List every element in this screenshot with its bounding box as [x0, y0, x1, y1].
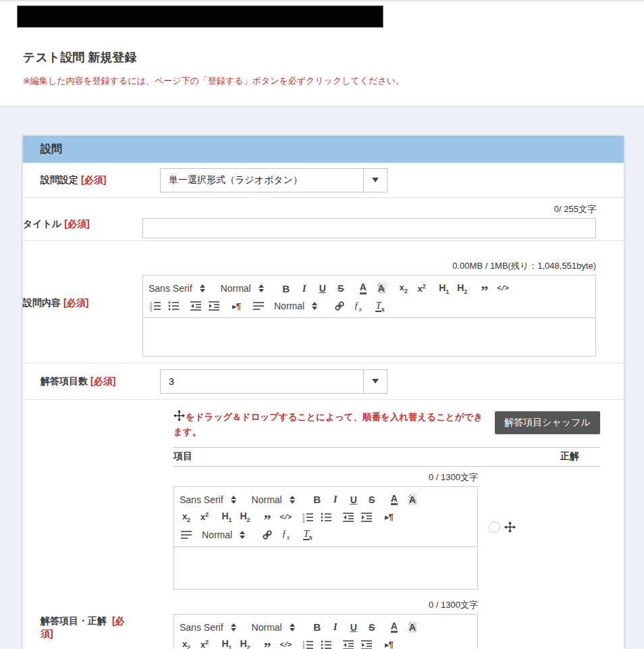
- superscript-icon[interactable]: x2: [198, 637, 211, 649]
- color-icon[interactable]: A: [387, 619, 401, 635]
- font-picker[interactable]: Sans Serif: [180, 494, 236, 505]
- size-picker[interactable]: Normal: [252, 622, 295, 633]
- strike-icon[interactable]: S: [365, 492, 379, 508]
- underline-icon[interactable]: U: [347, 492, 360, 508]
- clean-icon[interactable]: Tx: [301, 527, 315, 543]
- background-icon[interactable]: A: [406, 492, 419, 508]
- header-1-icon[interactable]: H1: [437, 280, 451, 296]
- background-icon[interactable]: A: [406, 619, 419, 635]
- svg-text:3: 3: [302, 519, 305, 522]
- link-icon[interactable]: [333, 298, 346, 314]
- title-input[interactable]: [142, 218, 596, 238]
- direction-icon[interactable]: ▸¶: [382, 509, 396, 525]
- answer-item-textarea[interactable]: [174, 547, 477, 589]
- answer-items-label: 解答項目・正解 [必須]: [41, 410, 131, 649]
- font-picker[interactable]: Sans Serif: [180, 622, 236, 633]
- answer-count-select[interactable]: 3: [160, 369, 387, 394]
- items-table-header: 項目 正解: [173, 447, 600, 467]
- chevron-down-icon[interactable]: [363, 370, 387, 393]
- required-badge: [必須]: [64, 218, 89, 229]
- direction-icon[interactable]: ▸¶: [382, 637, 396, 649]
- item-char-counter: 0 / 1300文字: [173, 471, 478, 484]
- color-icon[interactable]: A: [387, 492, 401, 508]
- size-picker[interactable]: Normal: [221, 283, 264, 294]
- underline-icon[interactable]: U: [316, 280, 329, 296]
- list-bullet-icon[interactable]: [319, 637, 333, 649]
- align-icon[interactable]: [180, 527, 193, 543]
- lineheight-picker[interactable]: Normal: [274, 301, 317, 311]
- item-char-counter: 0 / 1300文字: [173, 599, 478, 611]
- formula-icon[interactable]: ƒx: [279, 527, 292, 543]
- strike-icon[interactable]: S: [365, 619, 379, 635]
- list-ordered-icon[interactable]: 123: [301, 637, 315, 649]
- header-1-icon[interactable]: H1: [220, 637, 234, 649]
- color-icon[interactable]: A: [356, 280, 370, 296]
- svg-text:3: 3: [302, 646, 305, 649]
- row-title: タイトル[必須] 0/ 255文字: [23, 198, 624, 241]
- font-picker[interactable]: Sans Serif: [149, 283, 205, 294]
- list-ordered-icon[interactable]: 123: [149, 298, 162, 314]
- row-question-type: 設問設定[必須] 単一選択形式（ラジオボタン）: [23, 163, 624, 198]
- blockquote-icon[interactable]: ”: [261, 637, 274, 649]
- svg-text:3: 3: [150, 308, 153, 311]
- picker-arrows-icon: [259, 284, 264, 292]
- drag-drop-hint: をドラッグ＆ドロップすることによって、順番を入れ替えることができます。: [173, 410, 485, 440]
- underline-icon[interactable]: U: [347, 619, 360, 635]
- size-picker[interactable]: Normal: [252, 494, 295, 505]
- superscript-icon[interactable]: x2: [198, 509, 211, 525]
- blockquote-icon[interactable]: ”: [478, 280, 491, 296]
- move-icon[interactable]: [504, 521, 516, 533]
- bold-icon[interactable]: B: [311, 492, 324, 508]
- italic-icon[interactable]: I: [329, 492, 342, 508]
- header-1-icon[interactable]: H1: [220, 509, 234, 525]
- bold-icon[interactable]: B: [279, 280, 293, 296]
- redacted-navigation-block: [17, 5, 383, 28]
- row-answer-count: 解答項目数[必須] 3: [23, 363, 624, 400]
- picker-arrows-icon: [231, 623, 236, 631]
- header-2-icon[interactable]: H2: [238, 637, 252, 649]
- outdent-icon[interactable]: [342, 509, 355, 525]
- header-2-icon[interactable]: H2: [238, 509, 252, 525]
- indent-icon[interactable]: [360, 509, 373, 525]
- correct-answer-radio[interactable]: [489, 521, 500, 533]
- answer-item-editor: Sans SerifNormalBIUSAAx2x2H1H2”</>123▸¶N…: [173, 614, 478, 649]
- code-block-icon[interactable]: </>: [496, 280, 510, 296]
- shuffle-items-button[interactable]: 解答項目シャッフル: [495, 411, 600, 434]
- outdent-icon[interactable]: [189, 298, 203, 314]
- picker-arrows-icon: [290, 496, 295, 504]
- picker-arrows-icon: [290, 623, 295, 631]
- page-background: 設問 設問設定[必須] 単一選択形式（ラジオボタン） タイトル[必須]: [0, 107, 644, 649]
- question-content-textarea[interactable]: [143, 318, 595, 356]
- subscript-icon[interactable]: x2: [397, 280, 410, 296]
- chevron-down-icon[interactable]: [363, 169, 387, 192]
- subscript-icon[interactable]: x2: [180, 637, 193, 649]
- question-content-editor: Sans SerifNormalBIUSAAx2x2H1H2”</>123▸¶N…: [142, 275, 596, 357]
- list-ordered-icon[interactable]: 123: [301, 509, 315, 525]
- italic-icon[interactable]: I: [298, 280, 311, 296]
- formula-icon[interactable]: ƒx: [351, 298, 365, 314]
- list-bullet-icon[interactable]: [319, 509, 333, 525]
- title-label: タイトル[必須]: [23, 203, 142, 238]
- indent-icon[interactable]: [360, 637, 373, 649]
- italic-icon[interactable]: I: [329, 619, 342, 635]
- subscript-icon[interactable]: x2: [180, 509, 193, 525]
- code-block-icon[interactable]: </>: [279, 637, 292, 649]
- align-icon[interactable]: [252, 298, 265, 314]
- superscript-icon[interactable]: x2: [415, 280, 429, 296]
- header-2-icon[interactable]: H2: [456, 280, 469, 296]
- outdent-icon[interactable]: [342, 637, 355, 649]
- clean-icon[interactable]: Tx: [373, 298, 387, 314]
- direction-icon[interactable]: ▸¶: [230, 298, 243, 314]
- question-type-select[interactable]: 単一選択形式（ラジオボタン）: [160, 168, 387, 192]
- question-type-select-value: 単一選択形式（ラジオボタン）: [161, 169, 363, 192]
- strike-icon[interactable]: S: [334, 280, 348, 296]
- code-block-icon[interactable]: </>: [279, 509, 292, 525]
- background-icon[interactable]: A: [375, 280, 388, 296]
- indent-icon[interactable]: [207, 298, 221, 314]
- lineheight-picker[interactable]: Normal: [202, 529, 245, 540]
- link-icon[interactable]: [261, 527, 274, 543]
- bold-icon[interactable]: B: [311, 619, 324, 635]
- editor-toolbar: Sans SerifNormalBIUSAAx2x2H1H2”</>123▸¶N…: [143, 276, 595, 318]
- list-bullet-icon[interactable]: [167, 298, 180, 314]
- blockquote-icon[interactable]: ”: [261, 509, 274, 525]
